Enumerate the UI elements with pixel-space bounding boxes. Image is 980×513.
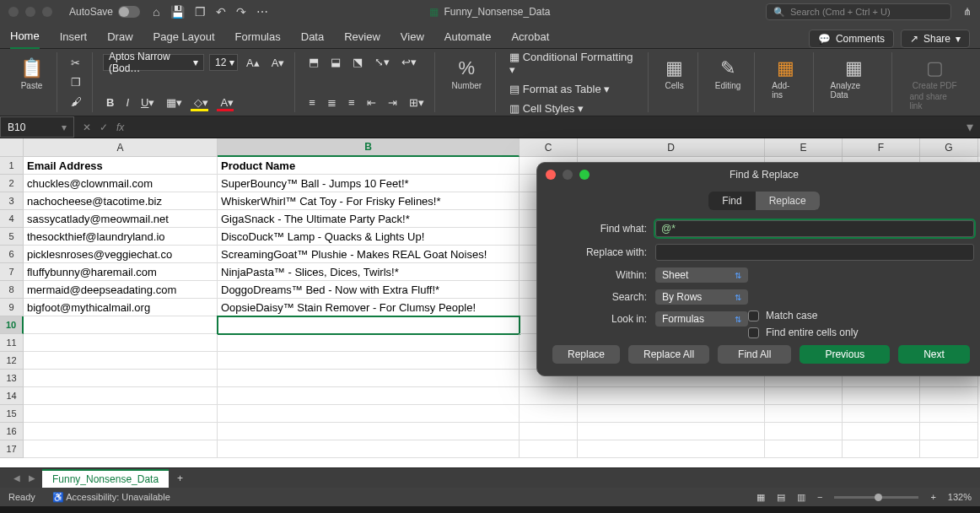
cell-A5[interactable]: thesockthief@laundryland.io	[24, 228, 218, 246]
cell-E14[interactable]	[765, 387, 843, 405]
replace-tab[interactable]: Replace	[756, 192, 820, 210]
border-button[interactable]: ▦▾	[163, 94, 186, 111]
font-size-combo[interactable]: 12▾	[209, 54, 238, 71]
decrease-indent-icon[interactable]: ⇤	[363, 94, 380, 111]
cell-B11[interactable]	[218, 334, 520, 352]
toggle-icon[interactable]	[118, 6, 140, 18]
cell-C17[interactable]	[520, 440, 578, 458]
next-sheet-icon[interactable]: ▶	[29, 473, 35, 483]
align-center-icon[interactable]: ≣	[324, 94, 340, 111]
cell-A14[interactable]	[24, 387, 218, 405]
column-header-F[interactable]: F	[843, 138, 920, 157]
merge-icon[interactable]: ⊞▾	[406, 94, 428, 111]
row-header-8[interactable]: 8	[0, 281, 24, 299]
save-icon[interactable]: 💾	[170, 5, 185, 19]
tab-view[interactable]: View	[401, 27, 424, 48]
more-icon[interactable]: ⋯	[256, 5, 268, 19]
cell-B3[interactable]: WhiskerWhirl™ Cat Toy - For Frisky Felin…	[218, 192, 520, 210]
select-all-corner[interactable]	[0, 138, 24, 157]
within-select[interactable]: Sheet⇅	[655, 267, 748, 283]
fullscreen-icon[interactable]	[579, 170, 590, 180]
format-painter-icon[interactable]: 🖌	[67, 94, 85, 110]
column-header-G[interactable]: G	[920, 138, 978, 157]
cell-B10[interactable]	[218, 316, 520, 334]
row-header-12[interactable]: 12	[0, 352, 24, 370]
cell-G15[interactable]	[920, 405, 978, 423]
autosave-toggle[interactable]: AutoSave	[69, 6, 140, 18]
editing-button[interactable]: ✎Editing	[708, 54, 748, 94]
cell-E17[interactable]	[765, 440, 843, 458]
find-what-input[interactable]	[655, 220, 974, 237]
cell-A6[interactable]: picklesnroses@veggiechat.co	[24, 246, 218, 263]
cell-A15[interactable]	[24, 405, 218, 423]
cell-B8[interactable]: DoggoDreams™ Bed - Now with Extra Fluff!…	[218, 281, 520, 299]
find-all-button[interactable]: Find All	[718, 345, 791, 364]
cell-F16[interactable]	[843, 423, 920, 440]
cell-B2[interactable]: SuperBouncy™ Ball - Jumps 10 Feet!*	[218, 175, 520, 192]
cell-E15[interactable]	[765, 405, 843, 423]
cell-D16[interactable]	[578, 423, 765, 440]
row-header-5[interactable]: 5	[0, 228, 24, 246]
paste-button[interactable]: 📋 Paste	[13, 54, 50, 94]
cell-A2[interactable]: chuckles@clownmail.com	[24, 175, 218, 192]
column-header-B[interactable]: B	[218, 138, 520, 157]
cell-A10[interactable]	[24, 316, 218, 334]
number-format-button[interactable]: % Number	[445, 54, 489, 94]
tab-page-layout[interactable]: Page Layout	[153, 27, 215, 48]
cell-D17[interactable]	[578, 440, 765, 458]
align-middle-icon[interactable]: ⬓	[327, 54, 344, 70]
home-icon[interactable]: ⌂	[153, 5, 159, 19]
row-header-17[interactable]: 17	[0, 440, 24, 458]
tab-home[interactable]: Home	[10, 26, 40, 49]
cell-F14[interactable]	[843, 387, 920, 405]
tab-automate[interactable]: Automate	[444, 27, 492, 48]
fill-color-button[interactable]: ◇▾	[191, 94, 212, 111]
cell-B4[interactable]: GigaSnack - The Ultimate Party Pack!*	[218, 210, 520, 228]
cell-C15[interactable]	[520, 405, 578, 423]
tab-review[interactable]: Review	[344, 27, 380, 48]
page-break-icon[interactable]: ▥	[797, 492, 805, 503]
conditional-formatting-button[interactable]: ▦ Conditional Formatting ▾	[506, 49, 640, 78]
row-header-15[interactable]: 15	[0, 405, 24, 423]
cell-A16[interactable]	[24, 423, 218, 440]
cell-B9[interactable]: OopsieDaisy™ Stain Remover - For Clumsy …	[218, 299, 520, 316]
next-button[interactable]: Next	[898, 345, 970, 364]
close-icon[interactable]	[8, 7, 19, 17]
cell-A13[interactable]	[24, 370, 218, 387]
zoom-level[interactable]: 132%	[948, 492, 972, 502]
add-sheet-button[interactable]: +	[169, 472, 191, 484]
cell-B6[interactable]: ScreamingGoat™ Plushie - Makes REAL Goat…	[218, 246, 520, 263]
cell-G17[interactable]	[920, 440, 978, 458]
decrease-font-icon[interactable]: A▾	[268, 55, 288, 71]
tab-formulas[interactable]: Formulas	[235, 27, 281, 48]
format-as-table-button[interactable]: ▤ Format as Table ▾	[506, 81, 640, 97]
row-header-10[interactable]: 10	[0, 316, 24, 334]
copy-icon[interactable]: ❐	[67, 74, 85, 90]
zoom-slider[interactable]	[834, 496, 918, 499]
cell-B1[interactable]: Product Name	[218, 157, 520, 175]
italic-button[interactable]: I	[122, 94, 132, 111]
increase-font-icon[interactable]: A▴	[243, 55, 263, 71]
underline-button[interactable]: U▾	[137, 94, 158, 111]
lookin-select[interactable]: Formulas⇅	[655, 311, 748, 327]
cell-G16[interactable]	[920, 423, 978, 440]
copy-icon[interactable]: ❐	[195, 5, 206, 19]
row-header-6[interactable]: 6	[0, 246, 24, 263]
row-header-9[interactable]: 9	[0, 299, 24, 316]
cell-D15[interactable]	[578, 405, 765, 423]
column-header-A[interactable]: A	[24, 138, 218, 157]
name-box[interactable]: B10▾	[0, 116, 74, 138]
cell-D14[interactable]	[578, 387, 765, 405]
tab-data[interactable]: Data	[301, 27, 324, 48]
cell-A8[interactable]: mermaid@deepseadating.com	[24, 281, 218, 299]
search-box[interactable]: 🔍 Search (Cmd + Ctrl + U)	[766, 3, 951, 20]
cell-F17[interactable]	[843, 440, 920, 458]
align-bottom-icon[interactable]: ⬔	[349, 54, 366, 70]
row-header-13[interactable]: 13	[0, 370, 24, 387]
row-header-2[interactable]: 2	[0, 175, 24, 192]
normal-view-icon[interactable]: ▦	[757, 492, 765, 503]
entire-cells-checkbox[interactable]: Find entire cells only	[748, 327, 858, 338]
cut-icon[interactable]: ✂	[67, 55, 85, 71]
wrap-text-icon[interactable]: ↩▾	[398, 54, 420, 70]
font-color-button[interactable]: A▾	[217, 94, 237, 111]
